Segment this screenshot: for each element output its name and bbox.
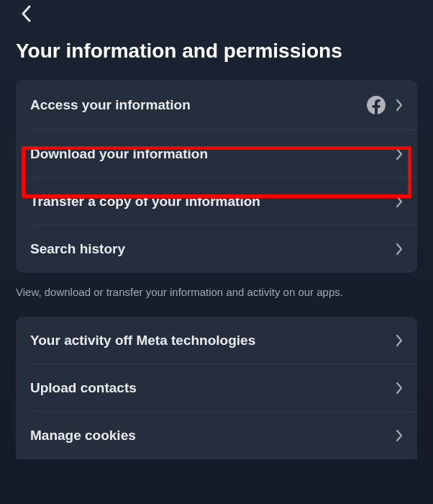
section-caption: View, download or transfer your informat…	[0, 273, 433, 317]
chevron-right-icon	[396, 99, 403, 112]
list-item-label: Transfer a copy of your information	[30, 194, 396, 210]
list-item-access-information[interactable]: Access your information	[16, 80, 417, 130]
list-item-label: Download your information	[30, 146, 396, 162]
list-item-label: Your activity off Meta technologies	[30, 333, 396, 348]
list-item-activity-off-meta[interactable]: Your activity off Meta technologies	[16, 317, 417, 364]
chevron-left-icon	[21, 5, 31, 25]
list-item-label: Manage cookies	[30, 428, 396, 444]
chevron-right-icon	[396, 429, 403, 442]
back-button[interactable]	[14, 4, 37, 27]
chevron-right-icon	[396, 195, 403, 208]
list-item-upload-contacts[interactable]: Upload contacts	[16, 364, 417, 412]
page-title: Your information and permissions	[0, 27, 433, 80]
list-item-download-information[interactable]: Download your information	[16, 130, 417, 178]
list-item-search-history[interactable]: Search history	[16, 225, 417, 273]
facebook-icon	[367, 96, 386, 114]
list-item-manage-cookies[interactable]: Manage cookies	[16, 412, 417, 459]
info-section: Access your information Download your in…	[16, 80, 417, 273]
chevron-right-icon	[396, 243, 403, 256]
list-item-transfer-copy[interactable]: Transfer a copy of your information	[16, 178, 417, 225]
list-item-label: Access your information	[30, 97, 367, 113]
list-item-label: Upload contacts	[30, 380, 396, 396]
chevron-right-icon	[396, 334, 403, 347]
chevron-right-icon	[396, 148, 403, 161]
chevron-right-icon	[396, 382, 403, 395]
activity-section: Your activity off Meta technologies Uplo…	[16, 317, 417, 459]
list-item-label: Search history	[30, 241, 396, 257]
